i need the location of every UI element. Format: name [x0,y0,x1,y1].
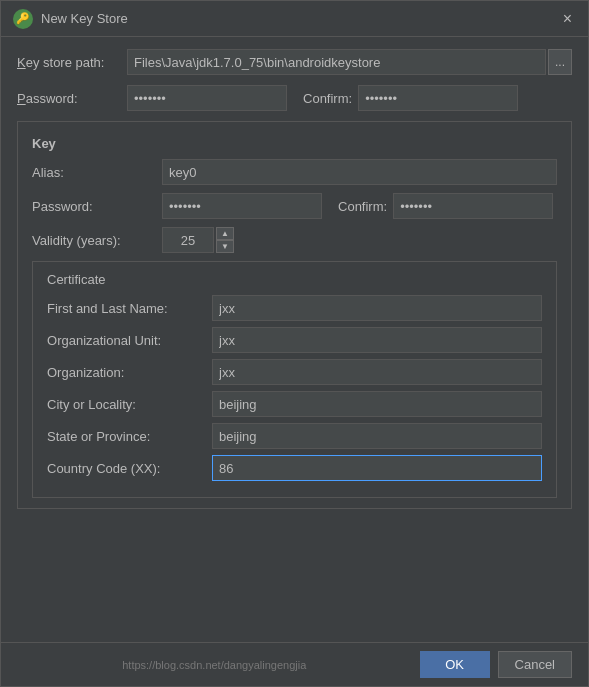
key-password-input[interactable] [162,193,322,219]
new-keystore-dialog: 🔑 New Key Store × Key store path: ... Pa… [0,0,589,687]
keystore-password-label: Password: [17,91,127,106]
org-unit-row: Organizational Unit: [47,327,542,353]
title-bar: 🔑 New Key Store × [1,1,588,37]
keystore-path-input[interactable] [127,49,546,75]
footer-url: https://blog.csdn.net/dangyalingengjia [17,659,412,671]
alias-row: Alias: [32,159,557,185]
org-label: Organization: [47,365,212,380]
validity-spinner[interactable]: ▲ ▼ [216,227,234,253]
org-input[interactable] [212,359,542,385]
keystore-confirm-group: Confirm: [303,85,518,111]
org-unit-label: Organizational Unit: [47,333,212,348]
cancel-button[interactable]: Cancel [498,651,572,678]
keystore-confirm-input[interactable] [358,85,518,111]
key-section: Key Alias: Password: Confirm: Validity (… [17,121,572,509]
key-confirm-group: Confirm: [338,193,553,219]
keystore-password-input[interactable] [127,85,287,111]
country-label: Country Code (XX): [47,461,212,476]
validity-input[interactable] [162,227,214,253]
state-label: State or Province: [47,429,212,444]
key-password-label: Password: [32,199,162,214]
certificate-section: Certificate First and Last Name: Organiz… [32,261,557,498]
key-password-row: Password: Confirm: [32,193,557,219]
org-unit-input[interactable] [212,327,542,353]
first-last-label: First and Last Name: [47,301,212,316]
country-input[interactable] [212,455,542,481]
keystore-confirm-label: Confirm: [303,91,352,106]
dialog-title: New Key Store [41,11,128,26]
dialog-footer: https://blog.csdn.net/dangyalingengjia O… [1,642,588,686]
validity-row: Validity (years): ▲ ▼ [32,227,557,253]
certificate-title: Certificate [47,272,542,287]
key-section-title: Key [32,136,557,151]
city-label: City or Locality: [47,397,212,412]
org-row: Organization: [47,359,542,385]
key-confirm-input[interactable] [393,193,553,219]
state-row: State or Province: [47,423,542,449]
keystore-path-label: Key store path: [17,55,127,70]
validity-up-button[interactable]: ▲ [216,227,234,240]
title-bar-left: 🔑 New Key Store [13,9,128,29]
country-row: Country Code (XX): [47,455,542,481]
state-input[interactable] [212,423,542,449]
alias-input[interactable] [162,159,557,185]
keystore-password-row: Password: Confirm: [17,85,572,111]
first-last-input[interactable] [212,295,542,321]
browse-button[interactable]: ... [548,49,572,75]
dialog-body: Key store path: ... Password: Confirm: K… [1,37,588,642]
close-button[interactable]: × [559,11,576,27]
dialog-icon: 🔑 [13,9,33,29]
ok-button[interactable]: OK [420,651,490,678]
alias-label: Alias: [32,165,162,180]
city-row: City or Locality: [47,391,542,417]
validity-down-button[interactable]: ▼ [216,240,234,253]
city-input[interactable] [212,391,542,417]
keystore-path-row: Key store path: ... [17,49,572,75]
validity-label: Validity (years): [32,233,162,248]
first-last-row: First and Last Name: [47,295,542,321]
key-confirm-label: Confirm: [338,199,387,214]
